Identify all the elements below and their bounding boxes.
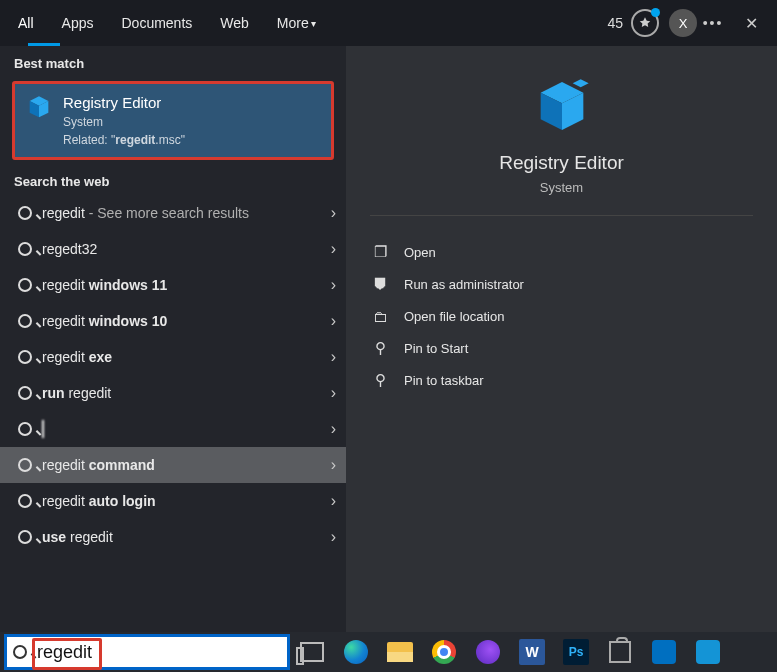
suggestion-text: use regedit: [42, 529, 331, 545]
suggestion-text: regedit exe: [42, 349, 331, 365]
chevron-right-icon: ›: [331, 240, 336, 258]
tab-apps[interactable]: Apps: [48, 0, 108, 46]
web-suggestion[interactable]: regedt32›: [0, 231, 346, 267]
store-button[interactable]: [598, 632, 642, 672]
tab-label: More: [277, 15, 309, 31]
web-suggestion[interactable]: use regedit›: [0, 519, 346, 555]
app2-button[interactable]: [686, 632, 730, 672]
chevron-right-icon: ›: [331, 456, 336, 474]
search-icon: [18, 422, 42, 436]
chevron-down-icon: ▾: [311, 18, 316, 29]
firefox-icon: [476, 640, 500, 664]
firefox-button[interactable]: [466, 632, 510, 672]
tab-label: Apps: [62, 15, 94, 31]
web-suggestion[interactable]: regedit auto login›: [0, 483, 346, 519]
chevron-right-icon: ›: [331, 276, 336, 294]
chrome-icon: [432, 640, 456, 664]
chevron-right-icon: ›: [331, 312, 336, 330]
edge-icon: [344, 640, 368, 664]
web-suggestion[interactable]: regedit windows 11›: [0, 267, 346, 303]
search-icon: [18, 206, 42, 220]
tab-web[interactable]: Web: [206, 0, 263, 46]
results-panel: Best match Registry Editor System Relate…: [0, 46, 346, 672]
preview-panel: Registry Editor System ❐ Open ⛊ Run as a…: [346, 46, 777, 672]
suggestion-text: regedit - See more search results: [42, 205, 331, 221]
open-icon: ❐: [370, 243, 390, 261]
chevron-right-icon: ›: [331, 528, 336, 546]
tab-documents[interactable]: Documents: [107, 0, 206, 46]
suggestion-text: regedit auto login: [42, 493, 331, 509]
action-pin-start[interactable]: ⚲ Pin to Start: [346, 332, 777, 364]
web-suggestion[interactable]: run regedit›: [0, 375, 346, 411]
tab-label: Documents: [121, 15, 192, 31]
action-open-location[interactable]: 🗀 Open file location: [346, 300, 777, 332]
action-run-admin[interactable]: ⛊ Run as administrator: [346, 268, 777, 300]
best-match-related: Related: "regedit.msc": [63, 133, 185, 147]
chrome-button[interactable]: [422, 632, 466, 672]
action-open[interactable]: ❐ Open: [346, 236, 777, 268]
best-match-subtitle: System: [63, 115, 185, 129]
preview-subtitle: System: [346, 180, 777, 195]
suggestion-text: regedit windows 11: [42, 277, 331, 293]
user-avatar[interactable]: X: [669, 9, 697, 37]
svg-marker-6: [572, 79, 588, 87]
chevron-right-icon: ›: [331, 420, 336, 438]
more-options-button[interactable]: •••: [697, 15, 729, 31]
taskview-button[interactable]: [290, 632, 334, 672]
suggestion-text: run regedit: [42, 385, 331, 401]
explorer-icon: [387, 642, 413, 662]
search-icon: [18, 458, 42, 472]
word-button[interactable]: W: [510, 632, 554, 672]
search-icon: [18, 350, 42, 364]
close-button[interactable]: ✕: [729, 14, 773, 33]
section-label-web: Search the web: [0, 164, 346, 195]
best-match-item[interactable]: Registry Editor System Related: "regedit…: [12, 81, 334, 160]
preview-title: Registry Editor: [346, 152, 777, 174]
tab-label: All: [18, 15, 34, 31]
tab-all[interactable]: All: [4, 0, 48, 46]
taskbar-search[interactable]: [4, 634, 290, 670]
taskview-icon: [300, 642, 324, 662]
app-button[interactable]: [642, 632, 686, 672]
search-icon: [18, 242, 42, 256]
photoshop-icon: Ps: [563, 639, 589, 665]
web-suggestion[interactable]: regedit windows 10›: [0, 303, 346, 339]
pin-icon: ⚲: [370, 339, 390, 357]
search-tabs: All Apps Documents Web More ▾ 45 X ••• ✕: [0, 0, 777, 46]
edge-button[interactable]: [334, 632, 378, 672]
suggestion-text: regedit windows 10: [42, 313, 331, 329]
photoshop-button[interactable]: Ps: [554, 632, 598, 672]
web-suggestion[interactable]: ›: [0, 411, 346, 447]
app-icon: [696, 640, 720, 664]
rewards-icon: [631, 9, 659, 37]
suggestion-text: regedt32: [42, 241, 331, 257]
rewards-area[interactable]: 45: [607, 9, 659, 37]
word-icon: W: [519, 639, 545, 665]
pin-icon: ⚲: [370, 371, 390, 389]
folder-icon: 🗀: [370, 308, 390, 325]
explorer-button[interactable]: [378, 632, 422, 672]
chevron-right-icon: ›: [331, 492, 336, 510]
search-input[interactable]: [37, 642, 281, 663]
search-icon: [13, 645, 33, 659]
action-pin-taskbar[interactable]: ⚲ Pin to taskbar: [346, 364, 777, 396]
search-icon: [18, 386, 42, 400]
tab-more[interactable]: More ▾: [263, 0, 330, 46]
chevron-right-icon: ›: [331, 204, 336, 222]
best-match-title: Registry Editor: [63, 94, 185, 111]
chevron-right-icon: ›: [331, 384, 336, 402]
search-icon: [18, 314, 42, 328]
suggestion-text: [42, 421, 331, 437]
suggestion-text: regedit command: [42, 457, 331, 473]
search-icon: [18, 494, 42, 508]
chevron-right-icon: ›: [331, 348, 336, 366]
web-suggestion[interactable]: regedit exe›: [0, 339, 346, 375]
section-label-bestmatch: Best match: [0, 46, 346, 77]
search-icon: [18, 530, 42, 544]
registry-editor-large-icon: [530, 74, 594, 138]
admin-icon: ⛊: [370, 276, 390, 293]
web-suggestion[interactable]: regedit command›: [0, 447, 346, 483]
app-icon: [652, 640, 676, 664]
web-suggestion[interactable]: regedit - See more search results›: [0, 195, 346, 231]
rewards-points: 45: [607, 15, 623, 31]
